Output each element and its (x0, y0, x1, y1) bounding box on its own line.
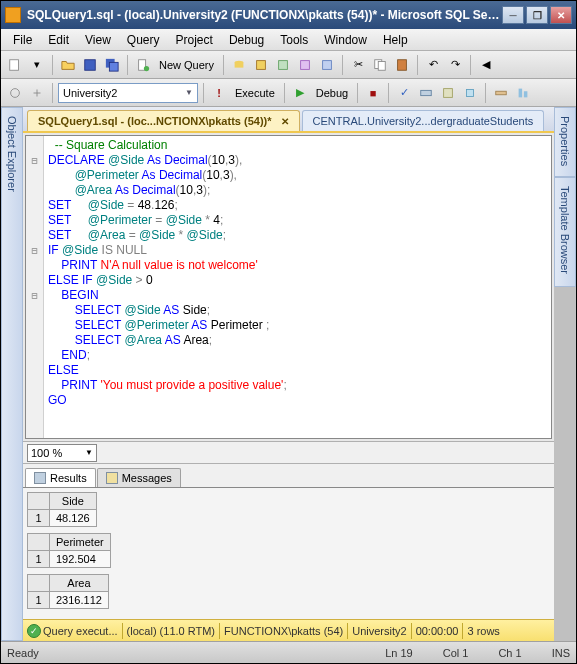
restore-button[interactable]: ❐ (526, 6, 548, 24)
menu-project[interactable]: Project (168, 31, 221, 49)
menu-file[interactable]: File (5, 31, 40, 49)
parse-icon[interactable]: ✓ (394, 83, 414, 103)
status-ch: Ch 1 (498, 647, 521, 659)
new-query-icon[interactable] (133, 55, 153, 75)
object-explorer-tab[interactable]: Object Explorer (1, 107, 23, 641)
tab-label: SQLQuery1.sql - (loc...NCTIONX\pkatts (5… (38, 115, 272, 127)
code-editor[interactable]: ⊟⊟⊟ -- Square CalculationDECLARE @Side A… (25, 135, 552, 439)
svg-rect-9 (279, 60, 288, 69)
include-plan-icon[interactable] (491, 83, 511, 103)
svg-rect-20 (519, 88, 523, 97)
menu-help[interactable]: Help (375, 31, 416, 49)
mdx-query-icon[interactable] (273, 55, 293, 75)
svg-rect-13 (378, 61, 385, 70)
window-title: SQLQuery1.sql - (local).University2 (FUN… (27, 8, 502, 22)
debug-play-icon[interactable]: ▶ (290, 83, 310, 103)
display-plan-icon[interactable] (416, 83, 436, 103)
tab-sqlquery1[interactable]: SQLQuery1.sql - (loc...NCTIONX\pkatts (5… (27, 110, 300, 131)
debug-label[interactable]: Debug (312, 87, 352, 99)
template-browser-tab[interactable]: Template Browser (554, 177, 576, 287)
query-options-icon[interactable] (438, 83, 458, 103)
chevron-down-icon: ▼ (185, 88, 193, 97)
status-ins: INS (552, 647, 570, 659)
new-project-icon[interactable] (5, 55, 25, 75)
change-connection-icon[interactable] (27, 83, 47, 103)
redo-icon[interactable]: ↷ (445, 55, 465, 75)
svg-rect-11 (323, 60, 332, 69)
code-text[interactable]: -- Square CalculationDECLARE @Side As De… (44, 136, 551, 438)
menu-tools[interactable]: Tools (272, 31, 316, 49)
tab-messages[interactable]: Messages (97, 468, 181, 487)
standard-toolbar: ▾ New Query ✂ ↶ ↷ ◀ (1, 51, 576, 79)
cancel-query-icon[interactable]: ■ (363, 83, 383, 103)
execute-label[interactable]: Execute (231, 87, 279, 99)
query-status-bar: ✓ Query execut... (local) (11.0 RTM) FUN… (23, 619, 554, 641)
menu-edit[interactable]: Edit (40, 31, 77, 49)
navigate-back-icon[interactable]: ◀ (476, 55, 496, 75)
success-icon: ✓ (27, 624, 41, 638)
svg-point-5 (144, 65, 149, 70)
connect-icon[interactable] (5, 83, 25, 103)
svg-rect-10 (301, 60, 310, 69)
tab-label: Messages (122, 472, 172, 484)
results-tab-strip: Results Messages (23, 463, 554, 487)
undo-icon[interactable]: ↶ (423, 55, 443, 75)
status-line: Ln 19 (385, 647, 413, 659)
properties-tab[interactable]: Properties (554, 107, 576, 177)
svg-rect-18 (467, 89, 474, 96)
menu-view[interactable]: View (77, 31, 119, 49)
messages-icon (106, 472, 118, 484)
svg-rect-14 (398, 59, 407, 70)
database-combo[interactable]: University2 ▼ (58, 83, 198, 103)
analysis-query-icon[interactable] (251, 55, 271, 75)
menu-window[interactable]: Window (316, 31, 375, 49)
menu-debug[interactable]: Debug (221, 31, 272, 49)
results-grid-icon (34, 472, 46, 484)
svg-rect-7 (235, 62, 244, 67)
zoom-value: 100 % (31, 447, 62, 459)
dmx-query-icon[interactable] (295, 55, 315, 75)
result-grid[interactable]: Side148.126 (27, 492, 550, 527)
save-all-icon[interactable] (102, 55, 122, 75)
zoom-combo[interactable]: 100 % ▼ (27, 444, 97, 462)
chevron-down-icon: ▼ (85, 448, 93, 457)
status-time: 00:00:00 (416, 625, 459, 637)
fold-gutter[interactable]: ⊟⊟⊟ (26, 136, 44, 438)
paste-icon[interactable] (392, 55, 412, 75)
status-col: Col 1 (443, 647, 469, 659)
minimize-button[interactable]: ─ (502, 6, 524, 24)
results-panel: Side148.126Perimeter1192.504Area12316.11… (23, 487, 554, 619)
cut-icon[interactable]: ✂ (348, 55, 368, 75)
svg-rect-17 (444, 88, 453, 97)
include-stats-icon[interactable] (513, 83, 533, 103)
close-button[interactable]: ✕ (550, 6, 572, 24)
document-tab-strip: SQLQuery1.sql - (loc...NCTIONX\pkatts (5… (23, 107, 554, 133)
new-query-label[interactable]: New Query (155, 59, 218, 71)
status-database: University2 (352, 625, 406, 637)
result-grid[interactable]: Perimeter1192.504 (27, 533, 550, 568)
zoom-bar: 100 % ▼ (23, 441, 554, 463)
svg-rect-8 (257, 60, 266, 69)
svg-rect-3 (109, 62, 118, 71)
open-icon[interactable] (58, 55, 78, 75)
template-browser-label: Template Browser (559, 186, 571, 274)
tab-central-university[interactable]: CENTRAL.University2...dergraduateStudent… (302, 110, 545, 131)
tab-results[interactable]: Results (25, 468, 96, 487)
properties-label: Properties (559, 116, 571, 166)
svg-rect-19 (496, 91, 507, 95)
save-icon[interactable] (80, 55, 100, 75)
status-rows: 3 rows (467, 625, 499, 637)
xmla-query-icon[interactable] (317, 55, 337, 75)
tab-label: Results (50, 472, 87, 484)
svg-rect-16 (421, 90, 432, 95)
execute-icon[interactable]: ! (209, 83, 229, 103)
intellisense-icon[interactable] (460, 83, 480, 103)
menu-query[interactable]: Query (119, 31, 168, 49)
result-grid[interactable]: Area12316.112 (27, 574, 550, 609)
status-bar: Ready Ln 19 Col 1 Ch 1 INS (1, 641, 576, 663)
db-engine-query-icon[interactable] (229, 55, 249, 75)
tab-close-icon[interactable]: ✕ (281, 116, 289, 127)
svg-rect-1 (85, 59, 96, 70)
dropdown-icon[interactable]: ▾ (27, 55, 47, 75)
copy-icon[interactable] (370, 55, 390, 75)
